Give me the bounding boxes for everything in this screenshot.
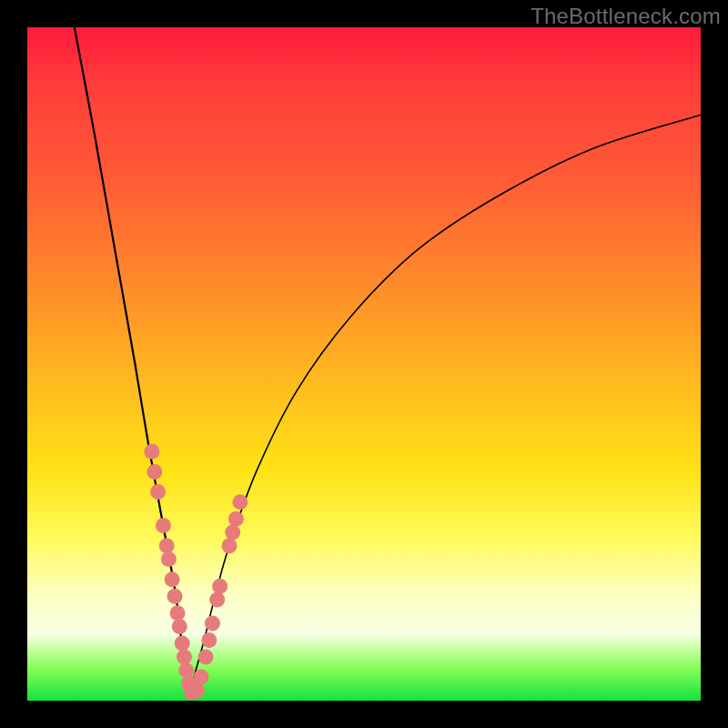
chart-frame: TheBottleneck.com — [0, 0, 728, 728]
curve-right-branch — [189, 115, 701, 693]
data-marker — [172, 619, 187, 634]
data-marker — [178, 662, 194, 678]
data-marker — [201, 632, 217, 648]
data-marker — [144, 444, 159, 460]
data-marker — [161, 551, 177, 567]
data-marker — [156, 518, 171, 533]
data-marker — [159, 538, 175, 553]
marker-group — [144, 444, 248, 701]
watermark-text: TheBottleneck.com — [531, 4, 721, 29]
data-marker — [175, 636, 190, 652]
data-marker — [177, 649, 192, 664]
data-marker — [205, 615, 220, 631]
data-marker — [189, 682, 205, 698]
data-marker — [212, 579, 228, 594]
data-marker — [228, 511, 244, 527]
chart-overlay — [27, 27, 701, 701]
data-marker — [150, 484, 166, 500]
data-marker — [222, 538, 238, 553]
data-marker — [165, 571, 180, 587]
data-marker — [225, 525, 240, 541]
data-marker — [232, 494, 248, 510]
data-marker — [198, 649, 214, 664]
data-marker — [209, 592, 225, 608]
data-marker — [147, 464, 162, 480]
data-marker — [167, 589, 183, 604]
data-marker — [193, 670, 208, 685]
data-marker — [170, 605, 186, 621]
